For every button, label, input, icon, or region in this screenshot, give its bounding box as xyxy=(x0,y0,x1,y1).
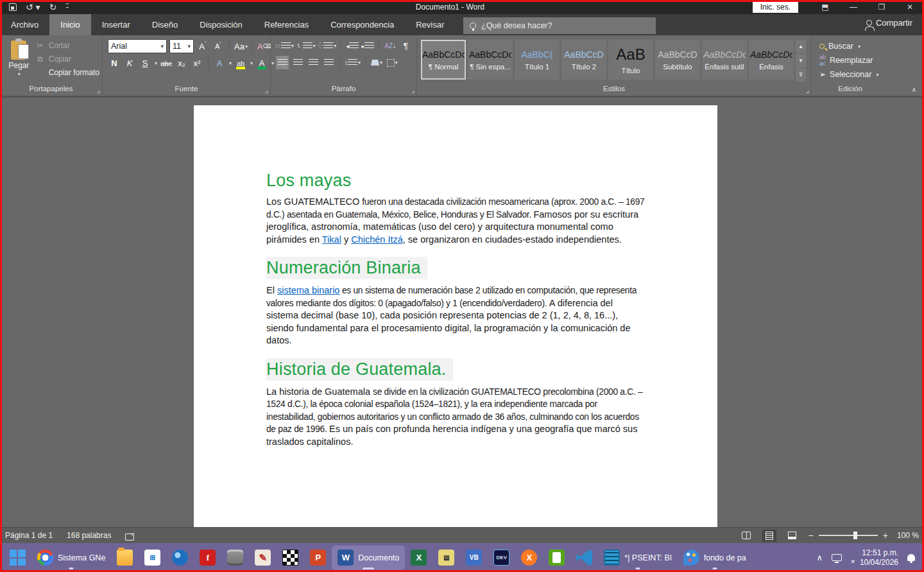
styles-scroll-down-button[interactable]: ▼ xyxy=(796,54,806,67)
paste-button[interactable]: Pegar ▾ xyxy=(3,38,35,83)
bullets-button[interactable]: ∷▾ xyxy=(276,39,294,53)
dev-cpp[interactable]: DEV xyxy=(488,546,515,570)
start-button[interactable] xyxy=(4,546,31,570)
undo-button[interactable]: ↺ ▾ xyxy=(26,3,40,12)
database-app[interactable] xyxy=(221,546,249,570)
shading-button[interactable]: ▾ xyxy=(370,56,383,69)
sign-in-button[interactable]: Inic. ses. xyxy=(753,1,798,13)
hyperlink[interactable]: sistema binario xyxy=(277,285,340,295)
shrink-font-button[interactable]: Aˇ xyxy=(212,40,225,53)
document-page[interactable]: Los mayasLos GUATEMALTECO fueron una des… xyxy=(194,105,717,527)
cut-button[interactable]: ✂ Cortar xyxy=(35,40,99,51)
style-card--nfasis[interactable]: AaBbCcDcÉnfasis xyxy=(749,40,794,80)
italic-button[interactable]: K xyxy=(123,56,136,70)
file-explorer[interactable] xyxy=(111,546,139,570)
font-color-button[interactable]: A xyxy=(255,56,268,70)
tab-revisar[interactable]: Revisar xyxy=(405,14,455,35)
style-card-t-tulo[interactable]: AaBTítulo xyxy=(608,40,653,80)
ribbon-display-options-button[interactable]: ⬒ xyxy=(811,3,839,12)
bold-button[interactable]: N xyxy=(108,56,121,70)
tab-insertar[interactable]: Insertar xyxy=(91,14,141,35)
borders-button[interactable]: ▾ xyxy=(386,56,398,69)
replace-button[interactable]: abac Reemplazar xyxy=(819,54,878,67)
tab-disposición[interactable]: Disposición xyxy=(189,14,253,35)
underline-button[interactable]: S xyxy=(139,56,151,70)
numbering-button[interactable]: ⒈▾ xyxy=(296,39,316,53)
share-button[interactable]: Compartir xyxy=(866,18,912,28)
tab-archivo[interactable]: Archivo xyxy=(0,14,49,35)
read-mode-button[interactable] xyxy=(739,530,753,542)
grow-font-button[interactable]: Aˆ xyxy=(196,40,209,53)
document-content[interactable]: Los mayasLos GUATEMALTECO fueron una des… xyxy=(194,105,717,448)
show-marks-button[interactable]: ¶ xyxy=(399,39,412,53)
style-card--sin-espa-[interactable]: AaBbCcDc¶ Sin espa... xyxy=(468,40,513,80)
styles-dialog-launcher[interactable]: ⌟ xyxy=(806,87,809,94)
increase-indent-button[interactable]: ▸ xyxy=(361,39,374,53)
underline-dropdown-icon[interactable]: ▾ xyxy=(155,60,157,66)
display-tray-icon[interactable] xyxy=(832,554,842,561)
format-painter-button[interactable]: Copiar formato xyxy=(35,67,99,78)
sort-button[interactable]: AZ↓ xyxy=(384,39,397,53)
minimize-button[interactable]: — xyxy=(839,3,868,12)
clipboard-dialog-launcher[interactable]: ⌟ xyxy=(97,87,100,94)
font-name-combobox[interactable]: Arial ▾ xyxy=(108,39,167,53)
tab-diseño[interactable]: Diseño xyxy=(141,14,189,35)
word-count-status[interactable]: 168 palabras xyxy=(67,531,111,540)
tell-me-search-box[interactable]: ¿Qué desea hacer? xyxy=(463,17,656,34)
style-card-t-tulo-2[interactable]: AaBbCcDTítulo 2 xyxy=(561,40,606,80)
checkered-puzzle-app[interactable] xyxy=(277,546,304,570)
word-window[interactable]: WDocumento xyxy=(332,546,405,570)
justify-button[interactable] xyxy=(322,56,335,69)
zoom-slider-thumb[interactable] xyxy=(853,532,857,539)
tab-inicio[interactable]: Inicio xyxy=(49,14,90,35)
multilevel-list-button[interactable]: ⁛▾ xyxy=(318,39,336,53)
chrome-window[interactable]: Sistema GNe xyxy=(31,546,111,570)
text-highlight-button[interactable]: ab xyxy=(234,56,247,70)
style-card--normal[interactable]: AaBbCcDc¶ Normal xyxy=(421,40,466,80)
paint-window[interactable]: fondo de pa xyxy=(678,546,752,570)
clock[interactable]: 12:51 p.m. 10/04/2026 xyxy=(860,548,898,568)
proofing-status-icon[interactable] xyxy=(125,533,134,541)
line-spacing-button[interactable]: ↕▾ xyxy=(345,56,361,69)
font-dialog-launcher[interactable]: ⌟ xyxy=(265,87,268,94)
collapse-ribbon-button[interactable]: ∧ xyxy=(912,86,916,93)
blue-media-app[interactable] xyxy=(166,546,194,570)
subscript-button[interactable]: x₂ xyxy=(175,56,188,70)
customize-qat-button[interactable]: ⸚ xyxy=(65,3,69,12)
print-layout-button[interactable] xyxy=(762,530,776,542)
style-card-subt-tulo[interactable]: AaBbCcDSubtítulo xyxy=(655,40,700,80)
tab-referencias[interactable]: Referencias xyxy=(253,14,320,35)
redo-button[interactable]: ↻ xyxy=(49,3,57,12)
web-layout-button[interactable] xyxy=(785,530,800,542)
clear-formatting-button[interactable]: A⌫ xyxy=(257,40,271,53)
text-effects-button[interactable]: A xyxy=(213,56,226,70)
select-button[interactable]: ➢ Seleccionar ▾ xyxy=(819,70,878,79)
pen-document-app[interactable]: ✎ xyxy=(249,546,277,570)
tab-correspondencia[interactable]: Correspondencia xyxy=(320,14,405,35)
copy-button[interactable]: ⧉ Copiar xyxy=(35,53,99,65)
save-icon[interactable] xyxy=(9,3,17,11)
close-button[interactable]: ✕ xyxy=(896,3,924,12)
align-right-button[interactable] xyxy=(307,56,320,69)
xampp[interactable]: X xyxy=(515,546,543,570)
hyperlink[interactable]: Tikal xyxy=(322,234,341,245)
excel[interactable]: X xyxy=(405,546,432,570)
change-case-button[interactable]: Aa▾ xyxy=(234,40,248,53)
vs-code[interactable] xyxy=(570,546,598,570)
font-size-combobox[interactable]: 11 ▾ xyxy=(169,39,194,53)
visual-basic[interactable]: VB xyxy=(460,546,488,570)
style-card-t-tulo-1[interactable]: AaBbC(Título 1 xyxy=(515,40,560,80)
superscript-button[interactable]: x² xyxy=(191,56,203,70)
style-card--nfasis-sutil[interactable]: AaBbCcDcÉnfasis sutil xyxy=(702,40,747,80)
strikethrough-button[interactable]: abc xyxy=(160,56,173,70)
styles-scroll-up-button[interactable]: ▲ xyxy=(796,40,806,53)
red-f-app[interactable]: f xyxy=(194,546,221,570)
microsoft-store[interactable]: ⊞ xyxy=(139,546,166,570)
page-number-status[interactable]: Página 1 de 1 xyxy=(5,531,53,540)
styles-more-button[interactable]: ⊽ xyxy=(796,68,806,82)
zoom-in-button[interactable]: + xyxy=(883,530,888,541)
zoom-out-button[interactable]: − xyxy=(809,530,814,541)
paste-dropdown-icon[interactable]: ▾ xyxy=(18,71,21,77)
hidden-icons-chevron[interactable]: ∧ xyxy=(816,553,823,562)
restore-button[interactable]: ❐ xyxy=(868,3,896,12)
